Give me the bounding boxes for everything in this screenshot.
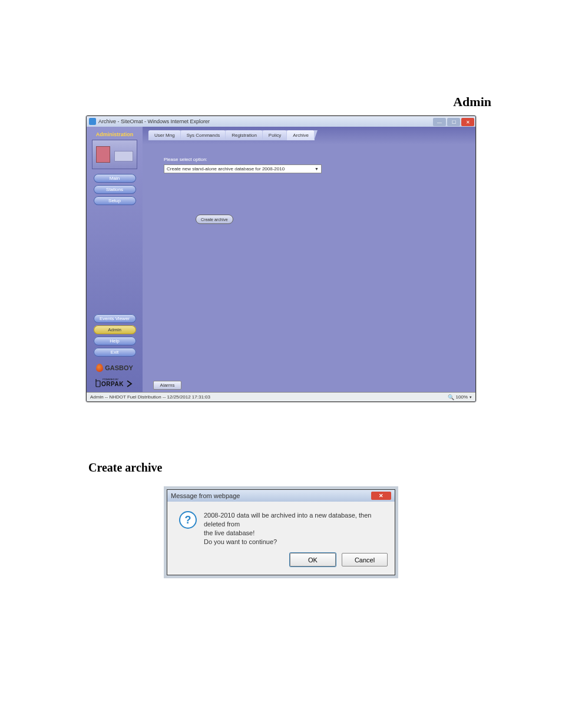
nav-stations[interactable]: Stations: [94, 185, 136, 194]
tab-bar: User Mng Sys Commands Registration Polic…: [148, 130, 470, 140]
tab-archive[interactable]: Archive: [287, 130, 315, 140]
ie-icon: [89, 118, 96, 125]
minimize-button[interactable]: —: [433, 118, 446, 126]
alarms-button[interactable]: Alarms: [153, 381, 181, 390]
tab-sys-commands[interactable]: Sys Commands: [181, 130, 226, 140]
svg-rect-0: [96, 381, 100, 387]
dialog-close-button[interactable]: ✕: [371, 492, 391, 500]
dropdown-value: Create new stand-alone archive database …: [167, 165, 285, 173]
window-title: Archive - SiteOmat - Windows Internet Ex…: [98, 118, 433, 124]
status-text: Admin -- NHDOT Fuel Distribution -- 12/2…: [90, 394, 210, 400]
question-icon: ?: [179, 511, 197, 529]
sidebar-image: [92, 140, 137, 169]
ok-button[interactable]: OK: [290, 553, 336, 566]
flame-icon: [96, 364, 103, 372]
section-heading-admin: Admin: [35, 94, 491, 110]
nav-setup[interactable]: Setup: [94, 196, 136, 205]
brand-orpak: POWERED BY ORPAK: [94, 377, 135, 388]
dialog-msg-line2: the live database!: [204, 529, 383, 538]
confirm-dialog: Message from webpage ✕ ? 2008-2010 data …: [167, 489, 395, 575]
nav-main[interactable]: Main: [94, 174, 136, 183]
close-button[interactable]: ✕: [461, 118, 474, 126]
orpak-text: ORPAK: [101, 381, 124, 387]
dialog-titlebar: Message from webpage ✕: [167, 490, 395, 502]
dialog-outer: Message from webpage ✕ ? 2008-2010 data …: [164, 486, 398, 578]
nav-exit[interactable]: Exit: [94, 348, 136, 357]
titlebar: Archive - SiteOmat - Windows Internet Ex…: [87, 116, 475, 127]
dialog-msg-line1: 2008-2010 data will be archived into a n…: [204, 511, 383, 529]
zoom-control[interactable]: 🔍 100% ▾: [448, 394, 472, 400]
sidebar: Administration Main Stations Setup Event…: [87, 127, 143, 392]
tab-registration[interactable]: Registration: [226, 130, 263, 140]
tab-user-mng[interactable]: User Mng: [148, 130, 181, 140]
dialog-msg-line3: Do you want to continue?: [204, 538, 383, 546]
sidebar-heading: Administration: [96, 131, 134, 137]
chevron-down-icon: ▾: [470, 395, 472, 400]
dialog-message: 2008-2010 data will be archived into a n…: [204, 511, 383, 546]
option-prompt: Please select option:: [164, 157, 470, 162]
nav-help[interactable]: Help: [94, 337, 136, 345]
content-area: User Mng Sys Commands Registration Polic…: [143, 127, 475, 392]
status-bar: Admin -- NHDOT Fuel Distribution -- 12/2…: [87, 392, 475, 401]
nav-admin[interactable]: Admin: [94, 325, 136, 334]
tab-policy[interactable]: Policy: [263, 130, 287, 140]
cancel-button[interactable]: Cancel: [342, 553, 388, 566]
option-dropdown[interactable]: Create new stand-alone archive database …: [164, 164, 470, 173]
create-archive-button[interactable]: Create archive: [196, 215, 233, 224]
dialog-title-text: Message from webpage: [171, 492, 240, 499]
browser-window: Archive - SiteOmat - Windows Internet Ex…: [86, 116, 476, 402]
maximize-button[interactable]: ☐: [447, 118, 460, 126]
brand-text: GASBOY: [105, 364, 133, 371]
nav-events-viewer[interactable]: Events Viewer: [94, 314, 136, 323]
zoom-value: 100%: [456, 394, 468, 400]
window-controls: — ☐ ✕: [433, 117, 475, 126]
section-heading-create-archive: Create archive: [88, 461, 527, 475]
chevron-down-icon: ▼: [315, 165, 319, 173]
brand-gasboy: GASBOY: [96, 364, 133, 372]
magnifier-icon: 🔍: [448, 394, 454, 400]
